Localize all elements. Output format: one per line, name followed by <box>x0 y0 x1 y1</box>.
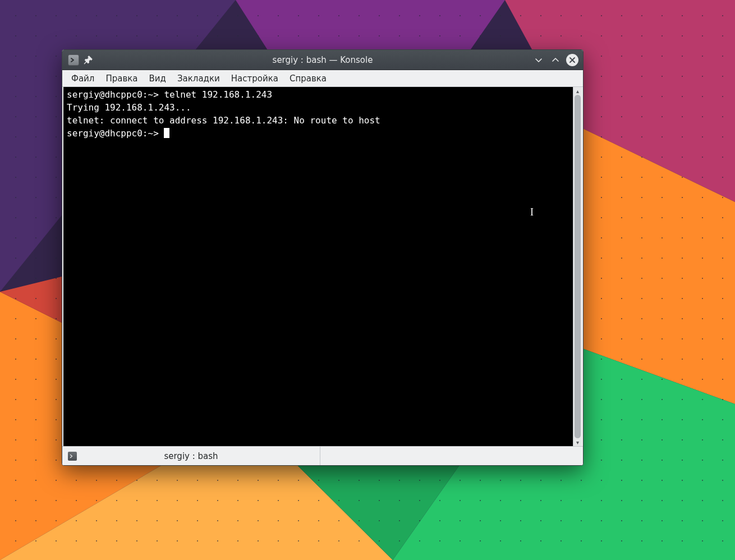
prompt: sergiy@dhcppc0:~> <box>67 128 164 139</box>
terminal-scrollbar[interactable]: ▴ ▾ <box>573 87 582 446</box>
scroll-up-icon[interactable]: ▴ <box>573 87 582 95</box>
pin-icon[interactable] <box>84 56 93 65</box>
menu-help[interactable]: Справка <box>284 71 332 86</box>
terminal-viewport[interactable]: sergiy@dhcppc0:~> telnet 192.168.1.243Tr… <box>63 87 573 446</box>
terminal-output-line: Trying 192.168.1.243... <box>67 101 569 114</box>
menu-settings[interactable]: Настройка <box>226 71 284 86</box>
close-button[interactable] <box>566 54 578 66</box>
text-cursor-icon: I <box>530 206 534 219</box>
tab-label: sergiy : bash <box>164 451 218 461</box>
menu-file[interactable]: Файл <box>66 71 100 86</box>
menubar: Файл Правка Вид Закладки Настройка Справ… <box>62 70 583 87</box>
titlebar[interactable]: sergiy : bash — Konsole <box>62 50 583 70</box>
maximize-button[interactable] <box>549 54 562 66</box>
menu-bookmarks[interactable]: Закладки <box>172 71 226 86</box>
tab-bar: sergiy : bash <box>62 446 583 465</box>
window-title: sergiy : bash — Konsole <box>62 55 583 65</box>
menu-edit[interactable]: Правка <box>100 71 143 86</box>
terminal-cursor <box>164 128 169 138</box>
terminal-icon <box>68 452 77 461</box>
scroll-down-icon[interactable]: ▾ <box>573 438 582 446</box>
menu-view[interactable]: Вид <box>144 71 172 86</box>
minimize-button[interactable] <box>532 54 545 66</box>
prompt: sergiy@dhcppc0:~> <box>67 89 164 100</box>
konsole-window: sergiy : bash — Konsole Файл Правка Вид … <box>62 49 584 466</box>
tab-session-1[interactable]: sergiy : bash <box>62 447 320 465</box>
command-text: telnet 192.168.1.243 <box>164 89 272 100</box>
terminal-output-line: telnet: connect to address 192.168.1.243… <box>67 114 569 127</box>
scrollbar-thumb[interactable] <box>575 95 581 438</box>
app-icon <box>68 54 79 66</box>
